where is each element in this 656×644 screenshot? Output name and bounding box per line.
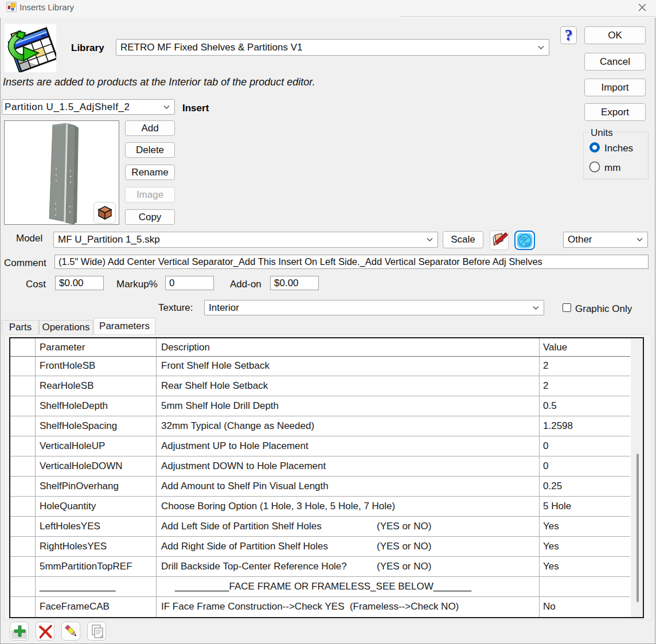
svg-text:3D: 3D xyxy=(525,241,531,247)
